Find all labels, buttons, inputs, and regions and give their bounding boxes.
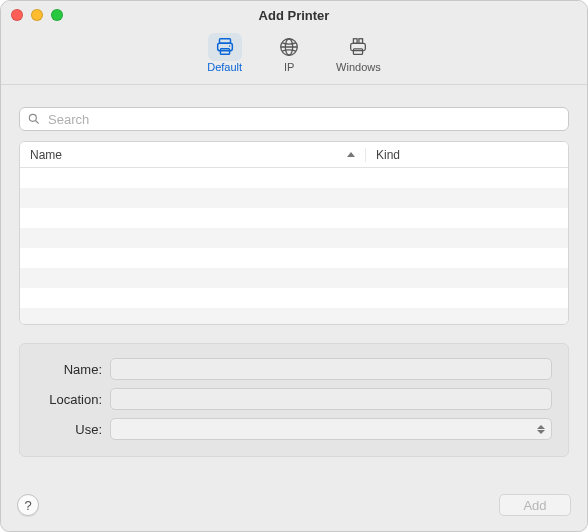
window-title: Add Printer xyxy=(259,8,330,23)
svg-rect-2 xyxy=(220,49,229,55)
column-label: Name xyxy=(30,148,62,162)
printer-details-panel: Name: Location: Use: xyxy=(19,343,569,457)
table-row xyxy=(20,248,568,268)
svg-point-3 xyxy=(229,45,230,46)
close-icon[interactable] xyxy=(11,9,23,21)
add-button-label: Add xyxy=(523,498,546,513)
svg-rect-9 xyxy=(354,39,358,44)
name-label: Name: xyxy=(36,362,110,377)
table-row xyxy=(20,228,568,248)
location-label: Location: xyxy=(36,392,110,407)
column-label: Kind xyxy=(376,148,400,162)
titlebar: Add Printer xyxy=(1,1,587,29)
tab-label: Default xyxy=(207,61,242,73)
toolbar: Default IP xyxy=(1,29,587,85)
search-icon xyxy=(27,112,41,126)
windows-printer-icon xyxy=(347,36,369,58)
name-field[interactable] xyxy=(110,358,552,380)
minimize-icon[interactable] xyxy=(31,9,43,21)
svg-rect-10 xyxy=(359,39,363,44)
tab-windows[interactable]: Windows xyxy=(330,31,387,75)
tab-ip[interactable]: IP xyxy=(266,31,312,75)
table-row xyxy=(20,288,568,308)
svg-line-12 xyxy=(36,121,39,124)
table-header: Name Kind xyxy=(20,142,568,168)
use-select[interactable] xyxy=(110,418,552,440)
footer: ? Add xyxy=(1,483,587,531)
chevron-up-down-icon xyxy=(534,421,548,437)
tab-default[interactable]: Default xyxy=(201,31,248,75)
location-field[interactable] xyxy=(110,388,552,410)
table-body[interactable] xyxy=(20,168,568,324)
table-row xyxy=(20,188,568,208)
printer-table: Name Kind xyxy=(19,141,569,325)
table-row xyxy=(20,168,568,188)
printer-icon xyxy=(214,36,236,58)
column-header-name[interactable]: Name xyxy=(20,148,366,162)
add-printer-window: Add Printer Default xyxy=(0,0,588,532)
window-controls xyxy=(11,9,63,21)
add-button[interactable]: Add xyxy=(499,494,571,516)
help-button[interactable]: ? xyxy=(17,494,39,516)
table-row xyxy=(20,268,568,288)
tab-label: IP xyxy=(284,61,294,73)
zoom-icon[interactable] xyxy=(51,9,63,21)
table-row xyxy=(20,208,568,228)
svg-point-11 xyxy=(29,114,36,121)
table-row xyxy=(20,308,568,324)
globe-icon xyxy=(278,36,300,58)
sort-ascending-icon xyxy=(347,152,355,157)
search-field-wrap xyxy=(19,107,569,131)
help-icon: ? xyxy=(24,498,31,513)
svg-rect-8 xyxy=(354,49,363,55)
content-area: Name Kind Name: xyxy=(1,85,587,483)
search-input[interactable] xyxy=(19,107,569,131)
column-header-kind[interactable]: Kind xyxy=(366,148,568,162)
use-label: Use: xyxy=(36,422,110,437)
tab-label: Windows xyxy=(336,61,381,73)
